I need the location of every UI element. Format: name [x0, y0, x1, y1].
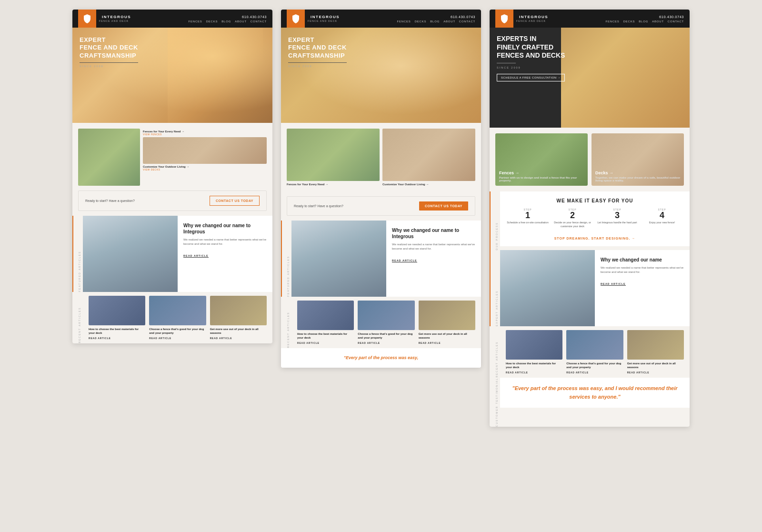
recent-link-1c[interactable]: READ ARTICLE: [210, 337, 267, 340]
steps-title-3: WE MAKE IT EASY FOR YOU: [507, 198, 683, 203]
cta-text-1: Ready to start? Have a question?: [85, 199, 135, 202]
tile-label-decks-3: Decks → Together, we can make your dream…: [595, 171, 684, 182]
nav-link-contact-2[interactable]: CONTACT: [459, 20, 475, 23]
recent-item-1c: Get more use out of your deck in all sea…: [210, 296, 267, 340]
featured-img-1: [83, 216, 178, 292]
step-4-desc-3: Enjoy your new fence!: [641, 221, 683, 225]
featured-bar-1: [72, 216, 73, 292]
cta-button-1[interactable]: CONTACT US TODAY: [210, 196, 260, 206]
testimonial-text-3: "Every part of the process was easy, and…: [508, 384, 682, 401]
nav-2: INTEGROUS FENCE AND DECK 610.430.0743 FE…: [281, 10, 481, 28]
featured-read-link-2[interactable]: READ ARTICLE: [392, 259, 417, 262]
nav-link-fences-3[interactable]: FENCES: [605, 20, 619, 23]
recent-main-3: How to choose the best materials for you…: [500, 326, 690, 378]
step-3-num-3: 3: [596, 211, 638, 220]
nav-link-decks-3[interactable]: DECKS: [623, 20, 635, 23]
logo-sub-3: FENCE AND DECK: [516, 20, 548, 22]
featured-section-3: EXPERT ARTICLES Why we changed our name …: [490, 250, 690, 326]
nav-link-about-1[interactable]: ABOUT: [235, 20, 247, 23]
nav-links-3: FENCES DECKS BLOG ABOUT CONTACT: [605, 20, 684, 23]
gallery-tile-decks-3: Decks → Together, we can make your dream…: [592, 133, 684, 186]
featured-read-link-3[interactable]: READ ARTICLE: [601, 282, 626, 286]
nav-link-contact-3[interactable]: CONTACT: [668, 20, 684, 23]
logo-3: INTEGROUS FENCE AND DECK: [495, 10, 548, 28]
featured-img-3: [500, 250, 595, 326]
recent-link-2c[interactable]: READ ARTICLE: [419, 341, 475, 344]
hero-cta-btn-3[interactable]: Schedule a free consultation →: [497, 74, 565, 81]
recent-img-3c: [627, 330, 684, 360]
testimonial-text-2: "Every part of the process was easy,: [289, 355, 473, 361]
recent-item-3b: Choose a fence that's good for your dog …: [566, 330, 623, 374]
step-1-desc-3: Schedule a free on-site consultation: [507, 221, 549, 225]
recent-link-3a[interactable]: READ ARTICLE: [506, 371, 562, 374]
gallery-3: Fences → Partner with us to design and i…: [490, 128, 690, 191]
nav-link-fences-2[interactable]: FENCES: [397, 20, 411, 23]
recent-link-3b[interactable]: READ ARTICLE: [566, 371, 623, 374]
hero-since-1: SINCE 2009: [80, 62, 138, 68]
recent-title-3c: Get more use out of your deck in all sea…: [627, 362, 684, 370]
step-1-num-3: 1: [507, 211, 549, 220]
gallery-tile-fences-3: Fences → Partner with us to design and i…: [495, 133, 588, 186]
featured-main-2: Why we changed our name to Integrous We …: [291, 221, 481, 297]
recent-label-2: RECENT ARTICLES: [285, 297, 291, 348]
recent-section-3: RECENT ARTICLES How to choose the best m…: [490, 326, 690, 378]
cta-text-2: Ready to start? Have a question?: [294, 204, 343, 208]
hero-title-1: EXPERT FENCE AND DECK CRAFTSMANSHIP: [80, 36, 138, 60]
hero-3: EXPERTS IN FINELY CRAFTED FENCES AND DEC…: [490, 28, 690, 128]
cta-button-2[interactable]: CONTACT US TODAY: [419, 201, 468, 211]
recent-link-2a[interactable]: READ ARTICLE: [297, 341, 354, 344]
recent-title-1b: Choose a fence that's good for your dog …: [149, 328, 206, 335]
nav-phone-3: 610.430.0743: [659, 15, 684, 19]
testimonial-section-3: CUSTOMER TESTIMONIAL "Every part of the …: [490, 378, 690, 427]
nav-link-blog-3[interactable]: BLOG: [639, 20, 648, 23]
nav-link-blog-1[interactable]: BLOG: [221, 20, 231, 23]
featured-article-desc-1: We realized we needed a name that better…: [183, 238, 267, 246]
nav-link-blog-2[interactable]: BLOG: [430, 20, 440, 23]
recent-title-2c: Get more use out of your deck in all sea…: [419, 332, 475, 340]
logo-1: INTEGROUS FENCE AND DECK: [78, 10, 131, 28]
recent-link-2b[interactable]: READ ARTICLE: [358, 341, 414, 344]
step-4-num-3: 4: [641, 211, 683, 220]
recent-link-3c[interactable]: READ ARTICLE: [627, 371, 684, 374]
recent-main-2: How to choose the best materials for you…: [291, 297, 481, 348]
steps-vert-label-3: OUR PROCESS: [493, 191, 500, 250]
recent-item-2c: Get more use out of your deck in all sea…: [419, 301, 475, 344]
recent-link-1a[interactable]: READ ARTICLE: [89, 337, 145, 340]
nav-link-about-3[interactable]: ABOUT: [652, 20, 664, 23]
featured-label-3: EXPERT ARTICLES: [493, 250, 500, 326]
shield-icon-3: [499, 13, 510, 24]
recent-img-1a: [89, 296, 145, 325]
recent-link-1b[interactable]: READ ARTICLE: [149, 337, 206, 340]
nav-right-3: 610.430.0743 FENCES DECKS BLOG ABOUT CON…: [605, 15, 684, 23]
featured-label-1: FEATURED ARTICLES: [76, 216, 83, 292]
mockup-card-1: INTEGROUS FENCE AND DECK 610.430.0743 FE…: [72, 10, 272, 343]
nav-phone-1: 610.430.0743: [242, 15, 267, 19]
tile-sublabel-fences-3: Partner with us to design and install a …: [499, 176, 588, 182]
featured-content-3: Why we changed our name We realized we n…: [500, 250, 690, 326]
steps-grid-3: STEP 1 Schedule a free on-site consultat…: [507, 208, 683, 228]
featured-read-link-1[interactable]: READ ARTICLE: [183, 254, 209, 258]
nav-link-about-2[interactable]: ABOUT: [443, 20, 455, 23]
recent-img-2b: [358, 301, 414, 330]
testimonial-main-3: "Every part of the process was easy, and…: [500, 378, 690, 427]
recent-title-3a: How to choose the best materials for you…: [506, 362, 562, 370]
steps-cta-link-3[interactable]: STOP DREAMING. START DESIGNING. →: [554, 237, 636, 240]
recent-title-2b: Choose a fence that's good for your dog …: [358, 332, 414, 340]
gallery-fences-img-2: [287, 129, 380, 181]
recent-item-2a: How to choose the best materials for you…: [297, 301, 354, 344]
nav-links-2: FENCES DECKS BLOG ABOUT CONTACT: [397, 20, 475, 23]
nav-link-decks-2[interactable]: DECKS: [415, 20, 427, 23]
featured-bar-2: [281, 221, 282, 297]
nav-link-fences-1[interactable]: FENCES: [188, 20, 202, 23]
gallery-col-1-2: Fences for Your Every Need →: [287, 129, 380, 186]
recent-item-3c: Get more use out of your deck in all sea…: [627, 330, 684, 374]
step-3-3: STEP 3 Let Integrous handle the hard par…: [596, 208, 638, 228]
nav-link-contact-1[interactable]: CONTACT: [251, 20, 267, 23]
nav-link-decks-1[interactable]: DECKS: [206, 20, 218, 23]
recent-title-1a: How to choose the best materials for you…: [89, 328, 145, 335]
nav-right-2: 610.430.0743 FENCES DECKS BLOG ABOUT CON…: [397, 15, 475, 23]
hero-bg-img-3: [561, 28, 690, 128]
hero-divider-3: [497, 63, 516, 63]
hero-content-1: EXPERT FENCE AND DECK CRAFTSMANSHIP SINC…: [80, 36, 138, 68]
recent-img-2a: [297, 301, 354, 330]
